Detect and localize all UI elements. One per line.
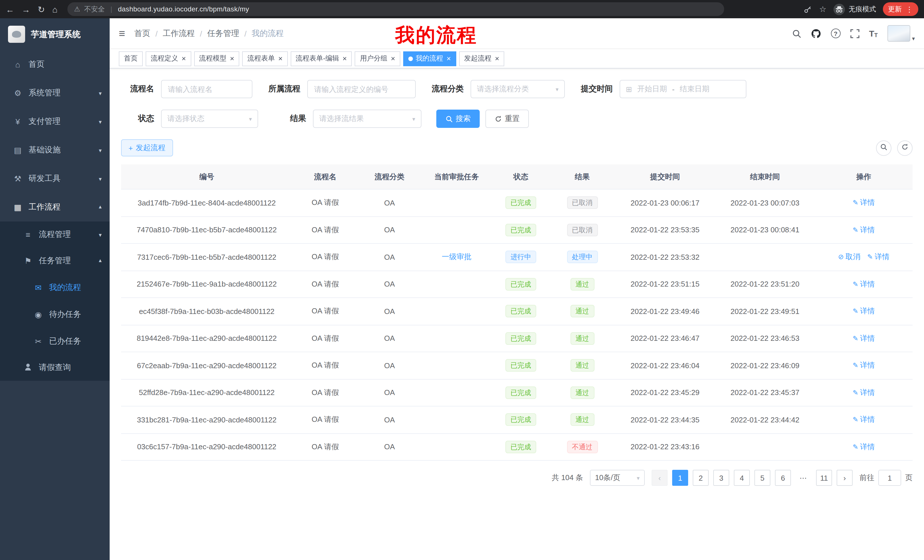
search-icon bbox=[880, 143, 888, 153]
font-size-icon[interactable]: TT bbox=[869, 28, 878, 38]
page-button-2[interactable]: 2 bbox=[693, 470, 709, 486]
sidebar-item-done-tasks[interactable]: ✂已办任务 bbox=[0, 328, 110, 355]
page-button-4[interactable]: 4 bbox=[734, 470, 750, 486]
result-badge: 已取消 bbox=[567, 224, 598, 236]
sidebar-item-home[interactable]: ⌂首页 bbox=[0, 50, 110, 79]
sidebar-item-task-management[interactable]: ⚑任务管理▾ bbox=[0, 248, 110, 274]
date-range-picker[interactable]: ⊞ 开始日期 - 结束日期 bbox=[620, 80, 746, 98]
fullscreen-icon[interactable] bbox=[850, 29, 859, 38]
end-time: 2022-01-22 23:44:42 bbox=[715, 406, 815, 433]
action-detail-link[interactable]: ✎详情 bbox=[853, 279, 875, 289]
result-badge: 通过 bbox=[570, 332, 594, 345]
refresh-table-button[interactable] bbox=[897, 140, 913, 156]
status-select[interactable]: 请选择状态 ▾ bbox=[161, 109, 258, 128]
breadcrumb-item[interactable]: 首页 bbox=[134, 28, 150, 39]
tab-home[interactable]: 首页 bbox=[119, 51, 143, 66]
action-detail-link[interactable]: ✎详情 bbox=[867, 252, 890, 262]
page-button-6[interactable]: 6 bbox=[775, 470, 791, 486]
reset-button[interactable]: 重置 bbox=[485, 109, 529, 128]
close-icon[interactable]: × bbox=[495, 55, 499, 62]
action-detail-link[interactable]: ✎详情 bbox=[853, 225, 875, 235]
sidebar-item-system-management[interactable]: ⚙系统管理▾ bbox=[0, 79, 110, 107]
bookmark-star-icon[interactable]: ☆ bbox=[819, 4, 826, 14]
page-button-5[interactable]: 5 bbox=[754, 470, 770, 486]
tab-process-definition[interactable]: 流程定义× bbox=[146, 51, 191, 66]
chevron-down-icon: ▾ bbox=[556, 86, 558, 92]
sidebar-item-workflow[interactable]: ▦工作流程▾ bbox=[0, 193, 110, 222]
close-icon[interactable]: × bbox=[343, 55, 347, 62]
task-link[interactable]: 一级审批 bbox=[442, 252, 471, 262]
hamburger-icon[interactable]: ≡ bbox=[119, 27, 125, 40]
tab-my-process[interactable]: 我的流程× bbox=[403, 51, 456, 66]
address-divider: | bbox=[109, 5, 114, 13]
search-icon[interactable] bbox=[792, 29, 801, 38]
browser-menu-icon[interactable]: ⋮ bbox=[906, 5, 913, 13]
forward-icon[interactable]: → bbox=[22, 5, 30, 13]
table-row: 7317cec6-7b9b-11ec-b5b7-acde48001122OA 请… bbox=[121, 244, 913, 271]
tab-process-form-edit[interactable]: 流程表单-编辑× bbox=[291, 51, 352, 66]
breadcrumb-item[interactable]: 任务管理 bbox=[207, 28, 239, 39]
key-icon[interactable] bbox=[804, 5, 812, 13]
page-button-1[interactable]: 1 bbox=[672, 470, 688, 486]
breadcrumb-item[interactable]: 工作流程 bbox=[163, 28, 195, 39]
status-cell: 已完成 bbox=[492, 406, 549, 433]
end-time: 2022-01-22 23:46:09 bbox=[715, 352, 815, 379]
tab-process-form[interactable]: 流程表单× bbox=[242, 51, 288, 66]
sidebar-item-todo-tasks[interactable]: ◉待办任务 bbox=[0, 301, 110, 328]
close-icon[interactable]: × bbox=[182, 55, 186, 62]
category-select[interactable]: 请选择流程分类 ▾ bbox=[471, 80, 565, 98]
page-button-3[interactable]: 3 bbox=[713, 470, 729, 486]
action-detail-link[interactable]: ✎详情 bbox=[853, 442, 875, 452]
search-button[interactable]: 搜索 bbox=[436, 109, 480, 128]
page-size-select[interactable]: 10条/页 ▾ bbox=[590, 470, 645, 486]
home-icon[interactable]: ⌂ bbox=[52, 5, 57, 13]
back-icon[interactable]: ← bbox=[6, 5, 14, 13]
close-icon[interactable]: × bbox=[391, 55, 395, 62]
tab-process-model[interactable]: 流程模型× bbox=[194, 51, 239, 66]
tab-user-group[interactable]: 用户分组× bbox=[355, 51, 400, 66]
status-cell: 已完成 bbox=[492, 434, 549, 460]
action-detail-link[interactable]: ✎详情 bbox=[853, 306, 875, 316]
action-detail-link[interactable]: ✎详情 bbox=[853, 333, 875, 344]
next-page-button[interactable]: › bbox=[837, 470, 853, 486]
breadcrumb-separator bbox=[244, 29, 247, 38]
goto-page-input[interactable] bbox=[878, 470, 901, 486]
action-detail-link[interactable]: ✎详情 bbox=[853, 361, 875, 371]
sidebar-item-leave-query[interactable]: 请假查询 bbox=[0, 355, 110, 381]
close-icon[interactable]: × bbox=[230, 55, 234, 62]
reload-icon[interactable]: ↻ bbox=[38, 5, 45, 13]
result-placeholder: 请选择流结果 bbox=[319, 114, 364, 124]
edit-icon: ✎ bbox=[853, 389, 858, 396]
sidebar-item-infrastructure[interactable]: ▤基础设施▾ bbox=[0, 136, 110, 165]
create-process-button[interactable]: + 发起流程 bbox=[121, 139, 173, 156]
user-menu[interactable]: ▾ bbox=[888, 25, 915, 42]
close-icon[interactable]: × bbox=[447, 55, 451, 62]
sidebar-item-my-process[interactable]: ✉我的流程 bbox=[0, 274, 110, 301]
tab-start-process[interactable]: 发起流程× bbox=[459, 51, 504, 66]
action-detail-link[interactable]: ✎详情 bbox=[853, 198, 875, 208]
close-icon[interactable]: × bbox=[278, 55, 282, 62]
prev-page-button[interactable]: ‹ bbox=[652, 470, 668, 486]
update-button[interactable]: 更新 ⋮ bbox=[883, 2, 918, 16]
result-cell: 通过 bbox=[549, 271, 615, 297]
status-cell: 已完成 bbox=[492, 190, 549, 216]
sidebar-item-process-management[interactable]: ≡流程管理▾ bbox=[0, 222, 110, 248]
process-name-label: 流程名 bbox=[121, 84, 154, 94]
sidebar-item-payment-management[interactable]: ¥支付管理▾ bbox=[0, 107, 110, 136]
action-detail-link[interactable]: ✎详情 bbox=[853, 415, 875, 425]
process-id: 331bc281-7b9a-11ec-a290-acde48001122 bbox=[121, 406, 292, 433]
action-cancel-link[interactable]: ⊘取消 bbox=[838, 252, 860, 262]
address-bar[interactable]: ⚠ 不安全 | dashboard.yudao.iocoder.cn/bpm/t… bbox=[67, 2, 724, 16]
sidebar-item-dev-tools[interactable]: ⚒研发工具▾ bbox=[0, 165, 110, 193]
search-toggle-button[interactable] bbox=[876, 140, 891, 156]
more-pages-button[interactable]: ⋯ bbox=[795, 470, 812, 486]
status-cell: 进行中 bbox=[492, 244, 549, 270]
process-name-input[interactable] bbox=[161, 80, 252, 98]
app-logo[interactable]: 芋道管理系统 bbox=[0, 18, 110, 50]
action-detail-link[interactable]: ✎详情 bbox=[853, 388, 875, 398]
result-select[interactable]: 请选择流结果 ▾ bbox=[313, 109, 422, 128]
help-icon[interactable]: ? bbox=[831, 28, 840, 38]
parent-process-input[interactable] bbox=[307, 80, 416, 98]
page-button-11[interactable]: 11 bbox=[816, 470, 832, 486]
github-icon[interactable] bbox=[811, 28, 821, 39]
